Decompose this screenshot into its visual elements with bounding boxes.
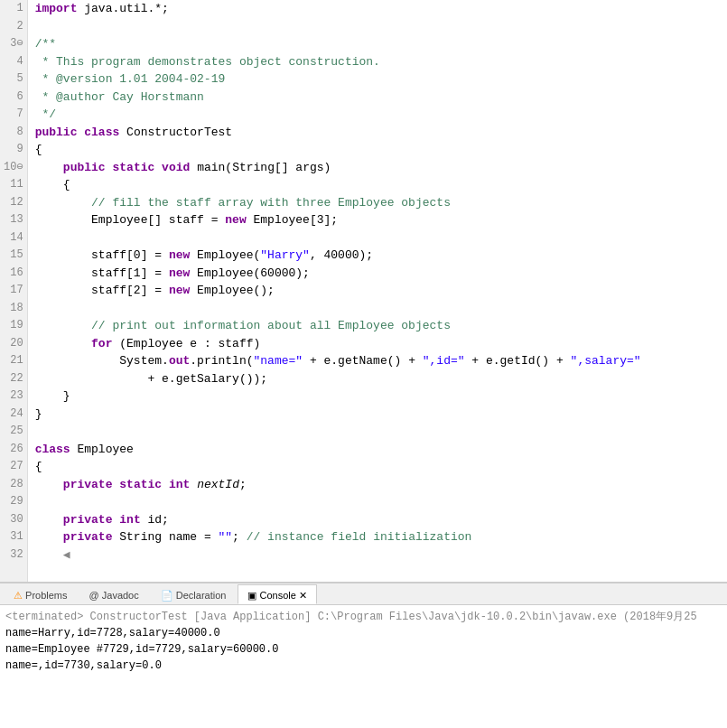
code-line-13: Employee[] staff = new Employee[3]; <box>35 211 727 229</box>
line-num-14: 14 <box>0 229 27 247</box>
console-output-line-2: name=Employee #7729,id=7729,salary=60000… <box>5 641 722 658</box>
line-num-2: 2 <box>0 18 27 36</box>
declaration-icon: 📄 <box>161 590 173 601</box>
code-line-4: * This program demonstrates object const… <box>35 53 727 71</box>
line-num-22: 22 <box>0 370 27 388</box>
code-line-19: // print out information about all Emplo… <box>35 317 727 335</box>
tab-problems[interactable]: ⚠ Problems <box>4 584 78 604</box>
line-num-19: 19 <box>0 317 27 335</box>
code-line-28: private static int nextId; <box>35 476 727 494</box>
problems-icon: ⚠ <box>14 590 23 601</box>
code-line-29 <box>35 493 727 511</box>
code-line-27: { <box>35 458 727 476</box>
console-output: <terminated> ConstructorTest [Java Appli… <box>0 605 727 728</box>
tab-declaration-label: Declaration <box>176 590 227 601</box>
code-line-1: import java.util.*; <box>35 0 727 18</box>
tab-javadoc[interactable]: @ Javadoc <box>79 584 149 604</box>
line-num-6: 6 <box>0 89 27 107</box>
code-line-12: // fill the staff array with three Emplo… <box>35 194 727 212</box>
line-num-1: 1 <box>0 0 27 18</box>
code-line-2 <box>35 18 727 36</box>
code-line-11: { <box>35 176 727 194</box>
code-line-3: /** <box>35 35 727 53</box>
tab-console-label: Console ✕ <box>260 590 307 601</box>
line-num-11: 11 <box>0 176 27 194</box>
console-icon: ▣ <box>247 590 256 601</box>
code-line-15: staff[0] = new Employee("Harry", 40000); <box>35 247 727 265</box>
code-line-17: staff[2] = new Employee(); <box>35 282 727 300</box>
line-num-18: 18 <box>0 300 27 318</box>
line-num-17: 17 <box>0 282 27 300</box>
code-line-5: * @version 1.01 2004-02-19 <box>35 70 727 89</box>
console-terminated-line: <terminated> ConstructorTest [Java Appli… <box>5 609 722 625</box>
code-line-24: } <box>35 406 727 424</box>
line-numbers: 1 2 3⊖ 4 5 6 7 8 9 10⊖ 11 12 13 14 15 16… <box>0 0 28 582</box>
code-line-30: private int id; <box>35 511 727 529</box>
line-num-4: 4 <box>0 53 27 71</box>
line-num-31: 31 <box>0 528 27 546</box>
editor-area: 1 2 3⊖ 4 5 6 7 8 9 10⊖ 11 12 13 14 15 16… <box>0 0 727 583</box>
line-num-7: 7 <box>0 106 27 124</box>
code-line-23: } <box>35 387 727 406</box>
line-num-26: 26 <box>0 441 27 459</box>
console-output-line-1: name=Harry,id=7728,salary=40000.0 <box>5 625 722 641</box>
tab-console[interactable]: ▣ Console ✕ <box>238 584 316 604</box>
code-line-14 <box>35 229 727 247</box>
line-num-3: 3⊖ <box>0 35 27 53</box>
code-line-9: { <box>35 141 727 159</box>
line-num-23: 23 <box>0 387 27 406</box>
line-num-28: 28 <box>0 476 27 494</box>
console-output-line-3: name=,id=7730,salary=0.0 <box>5 658 722 674</box>
bottom-panel: ⚠ Problems @ Javadoc 📄 Declaration ▣ Con… <box>0 583 727 728</box>
code-line-6: * @author Cay Horstmann <box>35 89 727 107</box>
line-num-15: 15 <box>0 247 27 265</box>
code-line-22: + e.getSalary()); <box>35 370 727 388</box>
tab-declaration[interactable]: 📄 Declaration <box>151 584 237 604</box>
code-line-7: */ <box>35 106 727 124</box>
code-line-26: class Employee <box>35 441 727 459</box>
line-num-9: 9 <box>0 141 27 159</box>
line-num-20: 20 <box>0 335 27 353</box>
tab-bar: ⚠ Problems @ Javadoc 📄 Declaration ▣ Con… <box>0 583 727 605</box>
line-num-10: 10⊖ <box>0 159 27 177</box>
code-line-18 <box>35 300 727 318</box>
code-content[interactable]: import java.util.*; /** * This program d… <box>28 0 727 582</box>
line-num-5: 5 <box>0 70 27 89</box>
line-num-27: 27 <box>0 458 27 476</box>
tab-problems-label: Problems <box>25 590 67 601</box>
code-line-32: ◀ <box>35 546 727 565</box>
line-num-29: 29 <box>0 493 27 511</box>
line-num-16: 16 <box>0 265 27 283</box>
code-line-25 <box>35 423 727 441</box>
code-line-8: public class ConstructorTest <box>35 124 727 142</box>
line-num-12: 12 <box>0 194 27 212</box>
line-num-21: 21 <box>0 352 27 370</box>
line-num-30: 30 <box>0 511 27 529</box>
code-line-21: System.out.println("name=" + e.getName()… <box>35 352 727 370</box>
code-line-31: private String name = ""; // instance fi… <box>35 528 727 546</box>
line-num-25: 25 <box>0 423 27 441</box>
tab-javadoc-label: Javadoc <box>102 590 139 601</box>
line-num-13: 13 <box>0 211 27 229</box>
javadoc-icon: @ <box>89 590 99 601</box>
code-line-20: for (Employee e : staff) <box>35 335 727 353</box>
code-line-10: public static void main(String[] args) <box>35 159 727 177</box>
code-line-16: staff[1] = new Employee(60000); <box>35 265 727 283</box>
line-num-24: 24 <box>0 406 27 424</box>
line-num-8: 8 <box>0 124 27 142</box>
line-num-32: 32 <box>0 546 27 565</box>
